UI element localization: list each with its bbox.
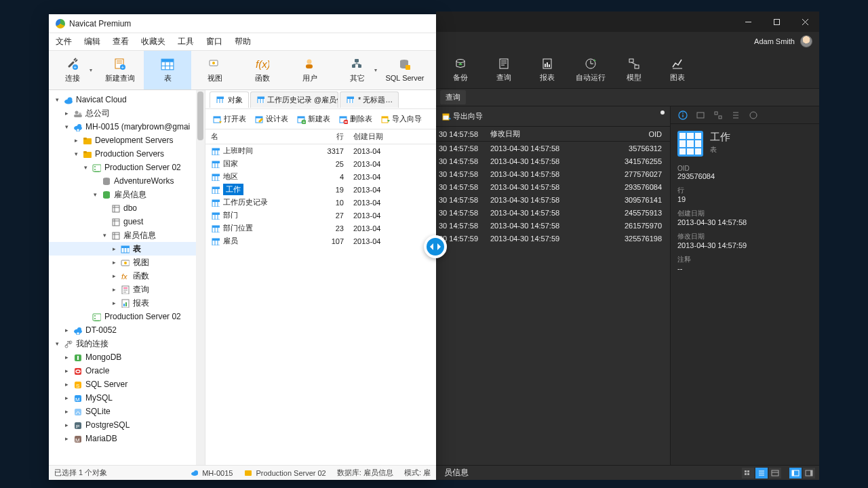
table-row[interactable]: 工作历史记录102013-04 <box>205 196 436 209</box>
menu-收藏夹[interactable]: 收藏夹 <box>141 36 165 47</box>
menu-文件[interactable]: 文件 <box>56 36 72 47</box>
compare-slider-handle[interactable] <box>424 235 447 258</box>
action-删除表[interactable]: 删除表 <box>336 113 375 125</box>
tree-dbo[interactable]: dbo <box>49 201 205 215</box>
maximize-button[interactable] <box>762 12 791 32</box>
dtool-查询[interactable]: 查询 <box>486 57 521 83</box>
avatar[interactable] <box>800 35 812 47</box>
disclosure-icon[interactable]: ▾ <box>53 96 61 103</box>
dtab-查询[interactable]: 查询 <box>440 90 466 104</box>
tree-MH-0015 (marybrown@gmai[interactable]: ▾MH-0015 (marybrown@gmai <box>49 120 205 134</box>
tree-MongoDB[interactable]: ▸MongoDB <box>49 350 205 364</box>
tree-我的连接[interactable]: ▾我的连接 <box>49 337 205 350</box>
nav-tree[interactable]: ▾Navicat Cloud▸总公司▾MH-0015 (marybrown@gm… <box>49 90 205 465</box>
disclosure-icon[interactable]: ▾ <box>91 191 99 198</box>
tree-SQL Server[interactable]: ▸SSQL Server <box>49 378 205 391</box>
disclosure-icon[interactable]: ▸ <box>62 367 71 374</box>
tool-view[interactable]: 视图 <box>191 51 239 89</box>
tab-工作历史记录 @雇员信息.雇…[interactable]: 工作历史记录 @雇员信息.雇… <box>250 92 338 108</box>
tree-MySQL[interactable]: ▸MMySQL <box>49 391 205 405</box>
tree-函数[interactable]: ▸fx函数 <box>49 269 205 283</box>
tool-connect[interactable]: +连接▾ <box>49 51 96 89</box>
table-row[interactable]: 部门位置232013-04 <box>205 222 436 235</box>
disclosure-icon[interactable]: ▸ <box>110 272 118 279</box>
view-2[interactable] <box>755 468 768 479</box>
tool-newquery[interactable]: +新建查询 <box>96 51 144 89</box>
dtool-自动运行[interactable]: 自动运行 <box>573 57 608 83</box>
disclosure-icon[interactable]: ▸ <box>62 408 71 415</box>
view-1[interactable] <box>742 468 754 479</box>
table-row[interactable]: 30 14:57:582013-04-30 14:57:58277576027 <box>436 167 670 180</box>
table-row[interactable]: 地区42013-04 <box>205 170 436 183</box>
tool-sqlserver[interactable]: SQL Server <box>381 51 429 89</box>
disclosure-icon[interactable]: ▸ <box>62 354 71 361</box>
disclosure-icon[interactable]: ▾ <box>81 164 90 171</box>
table-row[interactable]: 雇员1072013-04 <box>205 235 436 247</box>
disclosure-icon[interactable]: ▸ <box>110 259 118 266</box>
disclosure-icon[interactable]: ▸ <box>62 110 71 117</box>
table-row[interactable]: 上班时间33172013-04 <box>205 144 436 157</box>
tree-表[interactable]: ▸表 <box>49 242 205 256</box>
minimize-button[interactable] <box>734 12 762 32</box>
tool-table[interactable]: 表 <box>144 51 191 89</box>
tree-DT-0052[interactable]: ▸DT-0052 <box>49 323 205 337</box>
table-row[interactable]: 30 14:57:582013-04-30 14:57:58309576141 <box>436 193 670 206</box>
tree-MariaDB[interactable]: ▸MMariaDB <box>49 432 205 445</box>
table-row[interactable]: 30 14:57:582013-04-30 14:57:5835756312 <box>436 142 670 155</box>
info-icon[interactable] <box>677 110 688 121</box>
disclosure-icon[interactable]: ▸ <box>110 245 118 252</box>
daction-导出向导[interactable]: 导出向导 <box>441 111 483 121</box>
tree-Production Servers[interactable]: ▾Production Servers <box>49 147 205 161</box>
table-row[interactable]: 30 14:57:582013-04-30 14:57:58341576255 <box>436 155 670 167</box>
col-name[interactable]: 名 <box>205 131 314 142</box>
disclosure-icon[interactable]: ▾ <box>53 340 61 347</box>
tree-视图[interactable]: ▸视图 <box>49 256 205 269</box>
tree-Navicat Cloud[interactable]: ▾Navicat Cloud <box>49 93 205 106</box>
scrollbar[interactable] <box>196 90 205 465</box>
menu-查看[interactable]: 查看 <box>113 36 129 47</box>
tree-guest[interactable]: guest <box>49 215 205 228</box>
panel-icon-4[interactable] <box>730 110 741 121</box>
disclosure-icon[interactable]: ▾ <box>62 123 71 130</box>
tool-function[interactable]: f(x)函数 <box>239 51 286 89</box>
menu-窗口[interactable]: 窗口 <box>206 36 222 47</box>
tree-Oracle[interactable]: ▸Oracle <box>49 364 205 378</box>
disclosure-icon[interactable]: ▸ <box>110 286 118 293</box>
tree-雇员信息[interactable]: ▾雇员信息 <box>49 228 205 242</box>
col-modified[interactable]: 修改日期 <box>490 129 582 139</box>
tree-总公司[interactable]: ▸总公司 <box>49 106 205 120</box>
panel-toggle-2[interactable] <box>803 468 815 479</box>
table-row[interactable]: 国家252013-04 <box>205 157 436 170</box>
menu-工具[interactable]: 工具 <box>178 36 194 47</box>
action-导入向导[interactable]: 导入向导 <box>378 113 425 125</box>
scroll-thumb[interactable] <box>197 92 203 140</box>
menu-编辑[interactable]: 编辑 <box>84 36 100 47</box>
tab-对象[interactable]: 对象 <box>210 92 249 108</box>
disclosure-icon[interactable]: ▾ <box>100 232 108 239</box>
disclosure-icon[interactable]: ▾ <box>72 150 80 157</box>
tree-PostgreSQL[interactable]: ▸PPostgreSQL <box>49 418 205 432</box>
panel-icon-3[interactable] <box>713 110 724 121</box>
action-设计表[interactable]: 设计表 <box>252 113 291 125</box>
table-row[interactable]: 30 14:57:592013-04-30 14:57:59325576198 <box>436 232 670 245</box>
tool-other[interactable]: 其它▾ <box>334 51 381 89</box>
tab-* 无标题…[interactable]: * 无标题… <box>340 92 399 108</box>
tool-user[interactable]: 用户 <box>286 51 334 89</box>
table-row[interactable]: 部门272013-04 <box>205 209 436 222</box>
tree-Production Server 02[interactable]: ▾Production Server 02 <box>49 161 205 174</box>
col-oid[interactable]: OID <box>582 130 670 138</box>
tree-报表[interactable]: ▸报表 <box>49 296 205 310</box>
tree-Production Server 02[interactable]: Production Server 02 <box>49 310 205 323</box>
panel-icon-5[interactable] <box>748 110 759 121</box>
disclosure-icon[interactable]: ▸ <box>110 300 118 306</box>
close-button[interactable] <box>791 12 819 32</box>
tree-雇员信息[interactable]: ▾雇员信息 <box>49 188 205 201</box>
table-row[interactable]: 30 14:57:582013-04-30 14:57:58245575913 <box>436 206 670 219</box>
action-打开表[interactable]: 打开表 <box>210 113 249 125</box>
more-dot-icon[interactable] <box>660 110 665 115</box>
disclosure-icon[interactable]: ▸ <box>72 137 80 144</box>
disclosure-icon[interactable]: ▸ <box>62 422 71 428</box>
dtool-备份[interactable]: 备份 <box>443 57 478 83</box>
tree-AdventureWorks[interactable]: AdventureWorks <box>49 174 205 188</box>
tree-Development Servers[interactable]: ▸Development Servers <box>49 134 205 147</box>
